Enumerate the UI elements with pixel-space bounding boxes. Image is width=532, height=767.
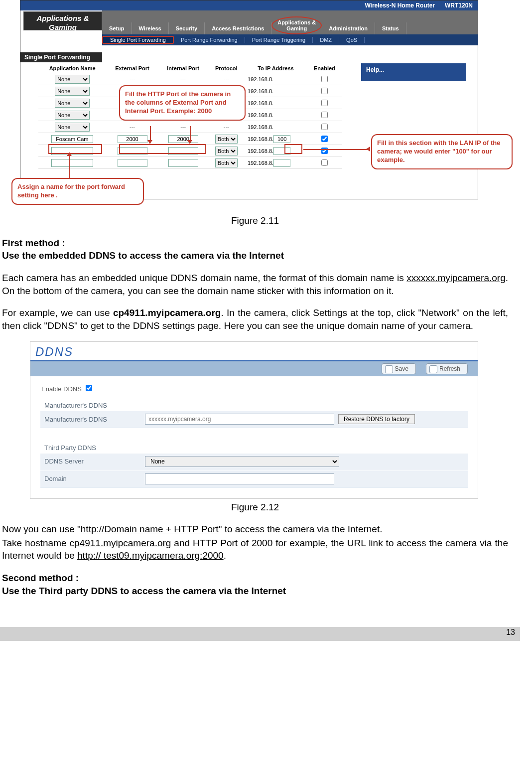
app-select[interactable]: None: [55, 99, 90, 108]
enabled-checkbox[interactable]: [321, 159, 328, 166]
enabled-checkbox[interactable]: [321, 76, 328, 82]
url-format: http://Domain name + HTTP Port: [81, 524, 219, 534]
main-tabs: Setup Wireless Security Access Restricti…: [102, 10, 478, 34]
example-host: cp4911.myipcamera.org: [70, 538, 171, 548]
ip-prefix: 192.168.8.: [248, 136, 273, 142]
page-number: 13: [506, 628, 515, 636]
external-port-input[interactable]: [118, 159, 147, 167]
arrow-head-icon: [366, 147, 370, 152]
ddns-toolbar: Save Refresh: [30, 361, 478, 376]
enabled-checkbox[interactable]: [321, 136, 328, 142]
domain-label: Domain: [40, 474, 145, 483]
refresh-button[interactable]: Refresh: [426, 363, 468, 374]
ip-prefix: 192.168.8.: [248, 112, 273, 118]
app-name-input[interactable]: Foscam Cam: [51, 135, 93, 143]
ddns-server-label: DDNS Server: [40, 457, 145, 466]
enabled-checkbox[interactable]: [321, 124, 328, 130]
ip-prefix: 192.168.8.: [248, 160, 273, 166]
example-url: http:// test09.myipcamera.org:2000: [77, 550, 224, 561]
col-ip: To IP Address: [245, 63, 307, 73]
callout-ports: Fill the HTTP Port of the camera in the …: [119, 85, 246, 121]
col-ext-port: External Port: [106, 63, 158, 73]
paragraph: Take hostname cp4911.myipcamera.org and …: [2, 537, 508, 562]
tab-administration[interactable]: Administration: [322, 22, 375, 34]
app-select[interactable]: None: [55, 87, 90, 96]
tab-status[interactable]: Status: [375, 22, 406, 34]
page-footer: 13: [0, 627, 520, 641]
ip-last-octet-input[interactable]: [273, 159, 290, 167]
dash: ---: [158, 121, 208, 133]
router-topbar: Wireless-N Home Router WRT120N: [20, 0, 478, 10]
app-name-input[interactable]: [51, 147, 93, 155]
second-method-title: Use the Third party DDNS to access the c…: [2, 585, 508, 598]
app-select[interactable]: None: [55, 111, 90, 120]
ddns-figure: DDNS Save Refresh Enable DDNS Manufactur…: [30, 341, 478, 498]
second-method-heading: Second method :: [2, 572, 508, 585]
paragraph: Now you can use "http://Domain name + HT…: [2, 523, 508, 536]
app-name-input[interactable]: [51, 159, 93, 167]
save-button[interactable]: Save: [382, 363, 416, 374]
app-select[interactable]: None: [55, 123, 90, 132]
ip-prefix: 192.168.8.: [248, 88, 273, 94]
dash: ---: [208, 73, 245, 85]
col-int-port: Internal Port: [158, 63, 208, 73]
tab-setup[interactable]: Setup: [102, 22, 132, 34]
subtab-qos[interactable]: QoS: [339, 37, 365, 43]
protocol-select[interactable]: Both: [215, 135, 238, 144]
figure-caption: Figure 2.11: [2, 214, 508, 227]
app-select[interactable]: None: [55, 75, 90, 84]
external-port-input[interactable]: [118, 147, 147, 155]
restore-ddns-button[interactable]: Restore DDNS to factory: [338, 414, 415, 424]
subtab-port-range-triggering[interactable]: Port Range Triggering: [245, 37, 313, 43]
internal-port-input[interactable]: [168, 135, 198, 143]
paragraph: For example, we can use cp4911.myipcamer…: [2, 307, 508, 332]
manufacturer-ddns-label: Manufacturer's DDNS: [40, 415, 145, 424]
enabled-checkbox[interactable]: [321, 112, 328, 118]
tab-access-restrictions[interactable]: Access Restrictions: [205, 22, 271, 34]
ip-last-octet-input[interactable]: [273, 135, 290, 143]
ip-last-octet-input[interactable]: [273, 147, 290, 155]
col-app-name: Application Name: [38, 63, 106, 73]
dash: ---: [106, 73, 158, 85]
external-port-input[interactable]: [118, 135, 147, 143]
first-method-title: Use the embedded DDNS to access the came…: [2, 249, 508, 262]
tab-security[interactable]: Security: [169, 22, 205, 34]
help-link[interactable]: Help...: [361, 63, 466, 81]
router-product-line: Wireless-N Home Router: [365, 2, 435, 9]
dash: ---: [158, 73, 208, 85]
enabled-checkbox[interactable]: [321, 148, 328, 154]
first-method-heading: First method :: [2, 237, 508, 250]
figure-caption: Figure 2.12: [2, 501, 508, 514]
protocol-select[interactable]: Both: [215, 158, 238, 167]
callout-app-name: Assign a name for the port forward setti…: [11, 178, 144, 205]
sub-tabs: Single Port Forwarding Port Range Forwar…: [102, 34, 478, 45]
manufacturer-section-label: Manufacturer's DDNS: [40, 398, 468, 411]
internal-port-input[interactable]: [168, 159, 198, 167]
section-title: Applications & Gaming: [23, 11, 102, 30]
enable-ddns-checkbox[interactable]: [86, 385, 92, 391]
ip-prefix: 192.168.8.: [248, 76, 273, 82]
ddns-title: DDNS: [30, 342, 478, 361]
subtab-single-port-forwarding[interactable]: Single Port Forwarding: [102, 36, 174, 44]
protocol-select[interactable]: Both: [215, 147, 238, 155]
domain-format: xxxxxx.myipcamera.org: [406, 273, 506, 283]
paragraph: Each camera has an embedded unique DDNS …: [2, 272, 508, 297]
manufacturer-ddns-input[interactable]: [145, 414, 334, 425]
ip-prefix: 192.168.8.: [248, 148, 273, 154]
col-enabled: Enabled: [307, 63, 342, 73]
enabled-checkbox[interactable]: [321, 100, 328, 106]
enabled-checkbox[interactable]: [321, 88, 328, 94]
dash: ---: [208, 121, 245, 133]
tab-wireless[interactable]: Wireless: [132, 22, 169, 34]
callout-ip: Fill in this section with the LAN IP of …: [371, 134, 513, 169]
domain-input[interactable]: [145, 473, 334, 484]
ip-prefix: 192.168.8.: [248, 100, 273, 106]
router-config-figure: Wireless-N Home Router WRT120N Applicati…: [20, 0, 478, 199]
dash: ---: [106, 121, 158, 133]
ddns-server-select[interactable]: None: [145, 456, 339, 467]
internal-port-input[interactable]: [168, 147, 198, 155]
tab-applications-gaming[interactable]: Applications & Gaming: [271, 16, 322, 34]
subtab-dmz[interactable]: DMZ: [313, 37, 339, 43]
router-model: WRT120N: [445, 2, 473, 9]
subtab-port-range-forwarding[interactable]: Port Range Forwarding: [174, 37, 245, 43]
